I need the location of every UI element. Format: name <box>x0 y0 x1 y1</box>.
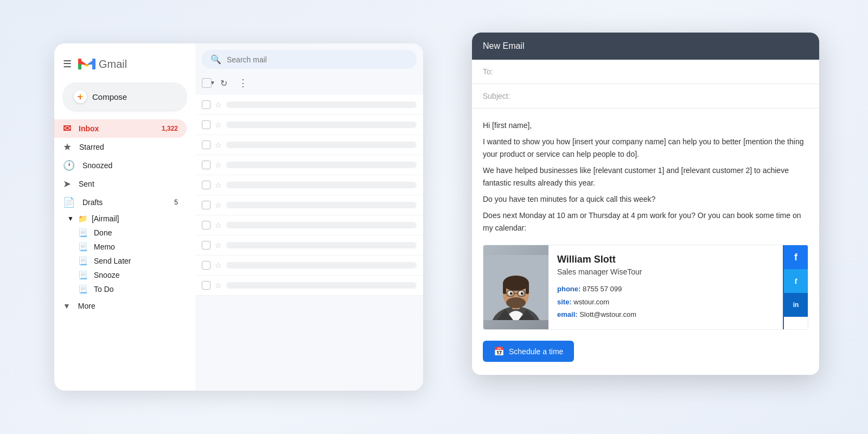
folder-item-sendlater[interactable]: 📃 Send Later <box>59 254 195 268</box>
row-star-icon[interactable]: ☆ <box>215 120 222 129</box>
starred-label: Starred <box>79 143 104 151</box>
folder-done-label: Done <box>94 228 112 237</box>
compose-panel-header: New Email <box>472 33 819 60</box>
gmail-logo: Gmail <box>77 56 127 72</box>
sig-email-label: email: <box>557 310 578 318</box>
facebook-icon: f <box>794 252 797 263</box>
social-linkedin-button[interactable]: in <box>784 293 808 317</box>
row-checkbox[interactable] <box>202 161 210 169</box>
folder-snooze-icon: 📃 <box>78 271 87 279</box>
sig-title: Sales manager WiseTour <box>557 267 774 276</box>
row-checkbox[interactable] <box>202 261 210 270</box>
compose-label: Compose <box>92 92 127 101</box>
inbox-badge: 1,322 <box>162 125 178 132</box>
row-star-icon[interactable]: ☆ <box>215 181 222 189</box>
nav-item-snoozed[interactable]: 🕐 Snoozed <box>54 156 187 175</box>
row-star-icon[interactable]: ☆ <box>215 281 222 290</box>
row-checkbox[interactable] <box>202 100 210 109</box>
email-row[interactable]: ☆ <box>195 115 423 135</box>
email-row[interactable]: ☆ <box>195 175 423 195</box>
row-star-icon[interactable]: ☆ <box>215 221 222 229</box>
nav-item-starred[interactable]: ★ Starred <box>54 138 187 156</box>
folder-todo-label: To Do <box>94 285 114 293</box>
svg-marker-3 <box>78 59 87 65</box>
airmail-folder-header[interactable]: ▼ 📁 [Airmail] <box>59 212 195 226</box>
email-row[interactable]: ☆ <box>195 256 423 276</box>
compose-to-field[interactable]: To: <box>472 60 819 84</box>
nav-item-more[interactable]: ▼ More <box>54 298 187 314</box>
sig-contact: phone: 8755 57 099 site: wstour.com emai… <box>557 283 774 321</box>
email-row[interactable]: ☆ <box>195 95 423 115</box>
row-star-icon[interactable]: ☆ <box>215 261 222 270</box>
folder-item-todo[interactable]: 📃 To Do <box>59 282 195 296</box>
nav-item-inbox[interactable]: ✉ Inbox 1,322 <box>54 119 187 138</box>
row-star-icon[interactable]: ☆ <box>215 141 222 149</box>
sig-name: William Slott <box>557 254 774 265</box>
folder-icon: 📁 <box>78 214 87 223</box>
svg-rect-13 <box>526 283 529 294</box>
svg-point-11 <box>503 276 529 291</box>
row-checkbox[interactable] <box>202 181 210 189</box>
social-twitter-button[interactable]: t <box>784 269 808 293</box>
row-star-icon[interactable]: ☆ <box>215 201 222 209</box>
row-content-bar <box>226 242 417 248</box>
row-checkbox[interactable] <box>202 141 210 149</box>
folder-todo-icon: 📃 <box>78 285 87 293</box>
body-para1: I wanted to show you how [insert your co… <box>483 136 808 160</box>
sidebar: ☰ Gm <box>54 43 195 391</box>
body-para4: Does next Monday at 10 am or Thursday at… <box>483 209 808 234</box>
signature-photo <box>483 245 548 329</box>
compose-subject-field[interactable]: Subject: <box>472 84 819 108</box>
drafts-label: Drafts <box>82 198 103 207</box>
email-row[interactable]: ☆ <box>195 235 423 256</box>
email-row[interactable]: ☆ <box>195 155 423 175</box>
search-bar[interactable]: 🔍 <box>202 50 417 69</box>
row-checkbox[interactable] <box>202 281 210 290</box>
row-checkbox[interactable] <box>202 221 210 229</box>
row-content-bar <box>226 222 417 228</box>
row-checkbox[interactable] <box>202 120 210 129</box>
airmail-label: [Airmail] <box>92 214 119 223</box>
refresh-icon[interactable]: ↻ <box>216 75 231 91</box>
sig-site-label: site: <box>557 298 572 306</box>
gmail-m-icon <box>77 56 97 72</box>
folder-sendlater-label: Send Later <box>94 257 131 265</box>
row-content-bar <box>226 142 417 148</box>
search-input[interactable] <box>227 55 408 64</box>
nav-item-sent[interactable]: ➤ Sent <box>54 175 187 193</box>
row-star-icon[interactable]: ☆ <box>215 241 222 250</box>
drafts-count: 5 <box>174 199 178 206</box>
body-greeting: Hi [first name], <box>483 119 808 131</box>
linkedin-icon: in <box>793 301 799 309</box>
hamburger-icon[interactable]: ☰ <box>63 58 72 70</box>
row-checkbox[interactable] <box>202 201 210 209</box>
row-checkbox[interactable] <box>202 241 210 250</box>
folder-item-snooze[interactable]: 📃 Snooze <box>59 268 195 282</box>
sig-phone: 8755 57 099 <box>583 285 622 293</box>
compose-button[interactable]: + Compose <box>63 82 187 111</box>
more-options-icon[interactable]: ⋮ <box>235 75 251 91</box>
email-signature: William Slott Sales manager WiseTour pho… <box>483 245 808 330</box>
row-content-bar <box>226 182 417 188</box>
sig-site: wstour.com <box>573 298 609 306</box>
gmail-panel: ☰ Gm <box>54 43 423 391</box>
social-facebook-button[interactable]: f <box>784 245 808 269</box>
email-row[interactable]: ☆ <box>195 135 423 155</box>
search-icon: 🔍 <box>210 54 221 65</box>
email-rows: ☆ ☆ ☆ ☆ ☆ <box>195 95 423 391</box>
gmail-title: Gmail <box>99 58 127 71</box>
folder-item-done[interactable]: 📃 Done <box>59 226 195 240</box>
sig-email: Slott@wstour.com <box>579 310 636 318</box>
schedule-button-label: Schedule a time <box>509 347 563 356</box>
select-checkbox-icon[interactable]: ▼ <box>202 78 212 88</box>
email-row[interactable]: ☆ <box>195 215 423 235</box>
schedule-time-button[interactable]: 📅 Schedule a time <box>483 341 574 362</box>
row-star-icon[interactable]: ☆ <box>215 161 222 169</box>
email-row[interactable]: ☆ <box>195 276 423 296</box>
row-star-icon[interactable]: ☆ <box>215 100 222 109</box>
email-row[interactable]: ☆ <box>195 195 423 215</box>
nav-item-drafts[interactable]: 📄 Drafts 5 <box>54 193 187 212</box>
svg-point-18 <box>521 292 524 295</box>
folder-item-memo[interactable]: 📃 Memo <box>59 240 195 254</box>
row-content-bar <box>226 122 417 128</box>
